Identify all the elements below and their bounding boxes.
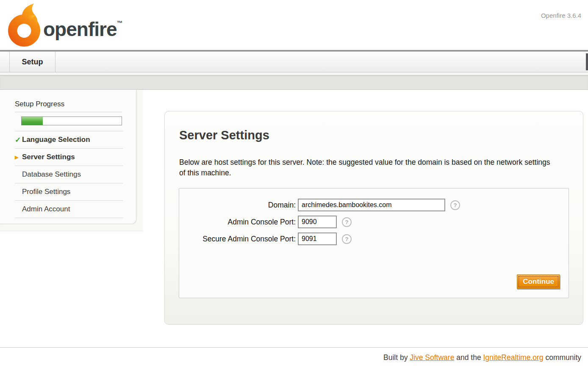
setup-steps-list: ✓ Language Selection ▶ Server Settings D… — [15, 131, 123, 218]
page-title: Server Settings — [179, 128, 269, 142]
sidebar-item-label: Server Settings — [22, 153, 75, 161]
form-row-admin-port: Admin Console Port: ? — [179, 216, 569, 228]
tab-setup[interactable]: Setup — [9, 52, 55, 72]
form-row-domain: Domain: ? — [179, 199, 569, 211]
subnav-bar — [0, 75, 588, 90]
main-content-panel: Server Settings Below are host settings … — [164, 111, 583, 325]
jive-software-link[interactable]: Jive Software — [410, 353, 454, 362]
openfire-flame-icon — [7, 3, 42, 48]
sidebar-item-label: Profile Settings — [22, 188, 70, 196]
tab-bar-end-sliver — [586, 53, 588, 70]
secure-admin-console-port-input[interactable] — [298, 233, 337, 245]
setup-progress-panel: Setup Progress ✓ Language Selection ▶ Se… — [0, 90, 136, 224]
sidebar-item-admin-account: Admin Account — [15, 201, 123, 218]
footer-text: community — [544, 353, 581, 362]
setup-progress-rule — [15, 112, 122, 112]
sidebar-item-label: Language Selection — [22, 136, 90, 144]
arrow-right-icon: ▶ — [15, 155, 22, 160]
form-row-secure-admin-port: Secure Admin Console Port: ? — [179, 233, 569, 245]
secure-admin-console-port-label: Secure Admin Console Port: — [179, 235, 298, 244]
check-icon: ✓ — [15, 136, 22, 144]
sidebar-item-label: Database Settings — [22, 170, 81, 179]
openfire-logo: openfire™ — [7, 3, 121, 48]
continue-button[interactable]: Continue — [517, 274, 560, 289]
sidebar-item-database-settings: Database Settings — [15, 166, 123, 183]
sidebar-item-profile-settings: Profile Settings — [15, 183, 123, 201]
header: openfire™ Openfire 3.6.4 — [0, 0, 588, 50]
sidebar-item-language-selection: ✓ Language Selection — [15, 131, 123, 149]
setup-progress-bar — [21, 116, 122, 125]
setup-progress-fill — [22, 117, 43, 125]
openfire-wordmark: openfire™ — [43, 18, 122, 41]
help-icon[interactable]: ? — [342, 234, 352, 244]
admin-console-port-label: Admin Console Port: — [179, 218, 298, 227]
help-icon[interactable]: ? — [342, 217, 352, 227]
version-label: Openfire 3.6.4 — [541, 12, 581, 19]
page-description: Below are host settings for this server.… — [179, 157, 552, 179]
tab-bar: Setup — [0, 52, 588, 72]
setup-progress-title: Setup Progress — [15, 100, 136, 108]
footer-text: Built by — [383, 353, 410, 362]
sidebar-item-label: Admin Account — [22, 205, 70, 213]
domain-label: Domain: — [179, 201, 298, 210]
admin-console-port-input[interactable] — [298, 216, 337, 228]
sidebar-item-server-settings: ▶ Server Settings — [15, 149, 123, 166]
domain-input[interactable] — [298, 199, 445, 211]
footer: Built by Jive Software and the IgniteRea… — [0, 347, 588, 362]
help-icon[interactable]: ? — [450, 200, 460, 210]
igniterealtime-link[interactable]: IgniteRealtime.org — [483, 353, 544, 362]
server-settings-form: Domain: ? Admin Console Port: ? Secure A… — [179, 188, 569, 298]
footer-text: and the — [454, 353, 483, 362]
trademark: ™ — [116, 19, 122, 26]
